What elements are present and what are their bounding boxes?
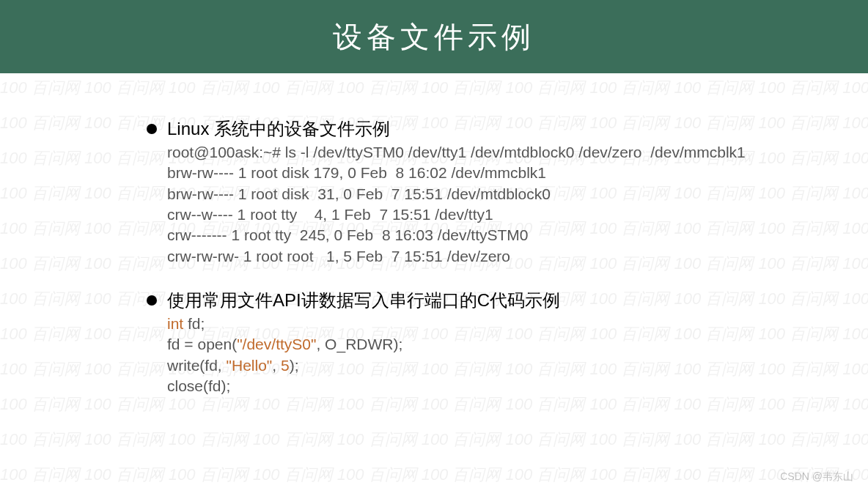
bullet-icon bbox=[147, 295, 157, 306]
slide-header: 设备文件示例 bbox=[0, 0, 868, 73]
number-literal: 5 bbox=[281, 357, 290, 374]
bullet-2-title: 使用常用文件API讲数据写入串行端口的C代码示例 bbox=[167, 289, 560, 312]
bullet-1: Linux 系统中的设备文件示例 bbox=[147, 117, 868, 141]
code-line-1: int fd; bbox=[167, 314, 868, 334]
bullet-2: 使用常用文件API讲数据写入串行端口的C代码示例 bbox=[147, 289, 868, 312]
code-text: write(fd, bbox=[167, 357, 227, 374]
code-line-2: fd = open("/dev/ttyS0", O_RDWR); bbox=[167, 334, 868, 355]
code-line-3: write(fd, "Hello", 5); bbox=[167, 355, 868, 376]
bullet-1-title: Linux 系统中的设备文件示例 bbox=[167, 117, 390, 141]
code-text: fd = open( bbox=[167, 336, 237, 352]
keyword-int: int bbox=[167, 315, 183, 332]
code-text: , bbox=[272, 357, 281, 374]
slide-title: 设备文件示例 bbox=[333, 17, 535, 57]
string-literal: "Hello" bbox=[227, 357, 273, 374]
bullet-icon bbox=[147, 124, 157, 134]
ls-output: root@100ask:~# ls -l /dev/ttySTM0 /dev/t… bbox=[167, 142, 868, 267]
c-code-block: int fd; fd = open("/dev/ttyS0", O_RDWR);… bbox=[167, 314, 868, 396]
code-text: close(fd); bbox=[167, 377, 230, 394]
code-line-4: close(fd); bbox=[167, 376, 868, 396]
string-literal: "/dev/ttyS0" bbox=[237, 336, 316, 352]
code-text: ); bbox=[290, 357, 299, 374]
code-text: , O_RDWR); bbox=[316, 336, 402, 352]
code-text: fd; bbox=[183, 315, 205, 332]
slide-content: Linux 系统中的设备文件示例 root@100ask:~# ls -l /d… bbox=[0, 73, 868, 396]
footer-watermark: CSDN @韦东山 bbox=[780, 470, 853, 484]
